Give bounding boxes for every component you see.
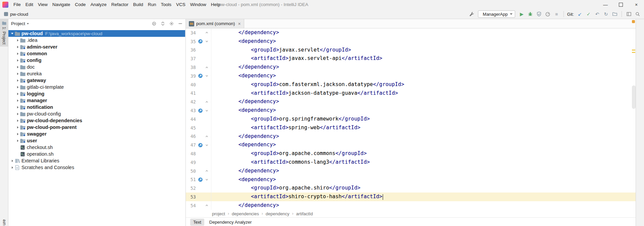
fold-down-icon[interactable] — [204, 109, 209, 112]
profiler-icon[interactable] — [544, 10, 552, 18]
tree-item-logging[interactable]: logging — [8, 90, 185, 97]
warning-stripe-mark[interactable] — [632, 50, 635, 51]
tree-item-idea[interactable]: .idea — [8, 37, 185, 44]
fold-down-icon[interactable] — [204, 144, 209, 147]
settings-gear-icon[interactable] — [169, 21, 174, 26]
tree-item-doc[interactable]: doc — [8, 64, 185, 70]
menu-window[interactable]: Window — [188, 0, 209, 9]
close-button[interactable]: × — [629, 0, 644, 9]
debug-icon[interactable] — [527, 10, 534, 18]
menu-run[interactable]: Run — [146, 0, 159, 9]
layout-icon[interactable] — [625, 10, 633, 18]
chevron-right-icon[interactable] — [15, 119, 20, 122]
fold-up-icon[interactable] — [204, 66, 209, 69]
tool-window-tab-structure-fragment[interactable]: ure — [0, 219, 8, 225]
vcs-commit-icon[interactable]: ✓ — [585, 10, 592, 18]
tree-item-gitlab-ci-template[interactable]: gitlab-ci-template — [8, 84, 185, 90]
close-icon[interactable]: × — [238, 21, 241, 26]
chevron-right-icon[interactable] — [15, 126, 20, 129]
tree-item-eureka[interactable]: eureka — [8, 70, 185, 77]
tree-item-external-libraries[interactable]: External Libraries — [8, 157, 185, 164]
tree-item-pw-cloud-pom-parent[interactable]: pw-cloud-pom-parent — [8, 124, 185, 131]
run-config-selector[interactable]: ManagerApp — [478, 10, 515, 18]
collapse-all-icon[interactable] — [160, 21, 165, 26]
fold-up-icon[interactable] — [204, 100, 209, 103]
chevron-right-icon[interactable] — [15, 46, 20, 49]
chevron-right-icon[interactable] — [15, 66, 20, 69]
maven-dependency-gutter-icon[interactable] — [197, 73, 204, 78]
fold-up-icon[interactable] — [204, 204, 209, 207]
search-icon[interactable] — [634, 10, 641, 18]
menu-view[interactable]: View — [36, 0, 50, 9]
warning-stripe-mark[interactable] — [632, 52, 635, 53]
tree-item-notification[interactable]: notification — [8, 104, 185, 110]
chevron-down-icon[interactable] — [10, 32, 14, 35]
tree-item-scratches-and-consoles[interactable]: Scratches and Consoles — [8, 164, 185, 171]
menu-edit[interactable]: Edit — [23, 0, 36, 9]
tree-item-config[interactable]: config — [8, 57, 185, 64]
editor-scrollbar-thumb[interactable] — [632, 85, 636, 109]
tree-item-pw-cloud-config[interactable]: pw-cloud-config — [8, 110, 185, 117]
chevron-right-icon[interactable] — [15, 133, 20, 136]
chevron-right-icon[interactable] — [15, 72, 20, 75]
fold-up-icon[interactable] — [204, 135, 209, 138]
bottom-tab-dependency-analyzer[interactable]: Dependency Analyzer — [206, 219, 255, 226]
chevron-right-icon[interactable] — [15, 39, 20, 42]
vcs-shelve-icon[interactable] — [611, 10, 619, 18]
vcs-history-icon[interactable]: ↻ — [602, 10, 610, 18]
tree-item-pw-cloud-dependencies[interactable]: pw-cloud-dependencies — [8, 117, 185, 124]
breadcrumb-item-project[interactable]: project — [212, 211, 225, 216]
fold-down-icon[interactable] — [204, 74, 209, 77]
navigation-bar-item[interactable]: pw-cloud — [4, 9, 28, 19]
locate-icon[interactable] — [152, 21, 157, 26]
tool-window-tab-project[interactable]: 1: Project — [0, 19, 8, 47]
fold-up-icon[interactable] — [204, 169, 209, 172]
fold-up-icon[interactable] — [204, 31, 209, 34]
bottom-tab-text[interactable]: Text — [190, 219, 204, 226]
project-panel-title[interactable]: Project — [11, 21, 25, 26]
menu-navigate[interactable]: Navigate — [50, 0, 72, 9]
tree-item-common[interactable]: common — [8, 50, 185, 57]
chevron-down-icon[interactable] — [27, 23, 29, 24]
hide-panel-icon[interactable] — [178, 21, 183, 26]
maven-dependency-gutter-icon[interactable] — [197, 39, 204, 44]
tree-item-pw-cloud[interactable]: pw-cloudF:\java_workspace\pw-cloud — [8, 30, 185, 37]
maximize-button[interactable] — [613, 0, 629, 9]
maven-dependency-gutter-icon[interactable] — [197, 108, 204, 113]
maven-dependency-gutter-icon[interactable] — [197, 177, 204, 182]
tree-item-swagger[interactable]: swagger — [8, 131, 185, 137]
editor-content[interactable]: 34 </dependency>35 <dependency>36 <group… — [186, 28, 636, 210]
tree-item-manager[interactable]: manager — [8, 97, 185, 104]
tree-item-gateway[interactable]: gateway — [8, 77, 185, 84]
breadcrumb-item-dependencies[interactable]: dependencies — [232, 211, 259, 216]
chevron-right-icon[interactable] — [15, 52, 20, 55]
fold-down-icon[interactable] — [204, 40, 209, 43]
chevron-right-icon[interactable] — [15, 106, 20, 109]
chevron-right-icon[interactable] — [15, 99, 20, 102]
tree-item-operation-sh[interactable]: operation.sh — [8, 151, 185, 157]
vcs-update-icon[interactable]: ↙ — [576, 10, 584, 18]
chevron-right-icon[interactable] — [15, 86, 20, 89]
chevron-right-icon[interactable] — [15, 92, 20, 95]
run-icon[interactable]: ▶ — [518, 10, 526, 18]
chevron-right-icon[interactable] — [15, 112, 20, 116]
build-wrench-icon[interactable] — [468, 10, 475, 18]
minimize-button[interactable]: — — [598, 0, 613, 9]
menu-file[interactable]: File — [11, 0, 23, 9]
menu-build[interactable]: Build — [131, 0, 146, 9]
breadcrumb-item-artifactid[interactable]: artifactId — [296, 211, 313, 216]
tree-item-user[interactable]: user — [8, 137, 185, 144]
chevron-right-icon[interactable] — [10, 166, 14, 169]
tree-item-checkout-sh[interactable]: checkout.sh — [8, 144, 185, 151]
menu-analyze[interactable]: Analyze — [88, 0, 109, 9]
menu-tools[interactable]: Tools — [159, 0, 174, 9]
editor-tab-pom-xml[interactable]: m pom.xml (common) × — [186, 19, 244, 28]
menu-vcs[interactable]: VCS — [174, 0, 188, 9]
breadcrumb-item-dependency[interactable]: dependency — [266, 211, 289, 216]
maven-dependency-gutter-icon[interactable] — [197, 143, 204, 148]
chevron-right-icon[interactable] — [10, 159, 14, 162]
vcs-rollback-icon[interactable]: ↶ — [593, 10, 601, 18]
coverage-icon[interactable] — [535, 10, 543, 18]
menu-refactor[interactable]: Refactor — [109, 0, 131, 9]
chevron-right-icon[interactable] — [15, 79, 20, 82]
